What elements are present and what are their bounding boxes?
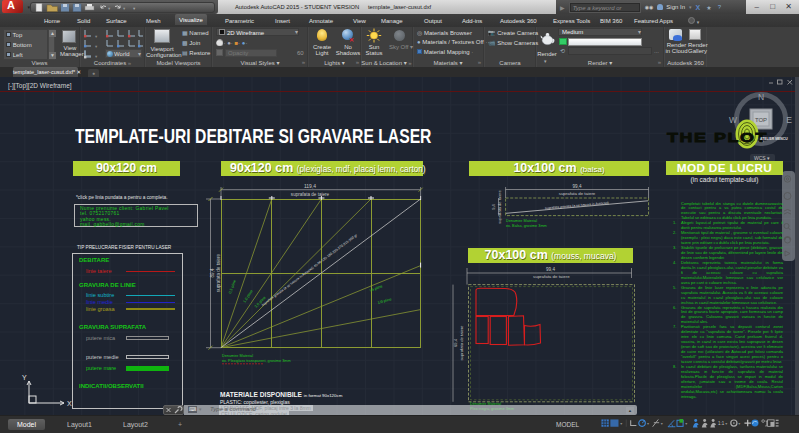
svg-text:Denumire Material: Denumire Material [506,219,537,223]
svg-text:suprafata gravata (a se hasura: suprafata gravata (a se hasura in Autoca… [545,201,609,210]
svg-text:suprafata de taiere: suprafata de taiere [291,192,330,197]
svg-text:0,5 pline: 0,5 pline [228,279,237,294]
svg-text:▾: ▾ [661,421,664,426]
svg-text:suprafata de taiere: suprafata de taiere [533,274,570,279]
svg-text:suprafata de taiere: suprafata de taiere [497,190,502,224]
svg-text:TOP: TOP [755,117,767,123]
svg-text:suprafata de taiere: suprafata de taiere [459,325,464,361]
svg-text:▾: ▾ [620,421,623,426]
svg-text:suprafata gravata (a se hasura: suprafata gravata (a se hasura in Autoca… [261,233,359,307]
svg-text:suprafata de taiere: suprafata de taiere [559,191,596,196]
svg-text:69,4: 69,4 [453,338,458,347]
svg-text:N: N [758,92,764,102]
svg-text:99,4: 99,4 [546,267,555,272]
svg-text:▾: ▾ [738,421,741,426]
svg-text:ex. Plexiglass transparent, gr: ex. Plexiglass transparent, grosime 3mm [222,359,291,363]
svg-text:▾: ▾ [108,6,111,11]
svg-text:Y: Y [22,374,27,381]
svg-text:99,4: 99,4 [573,184,582,189]
svg-text:▾: ▾ [133,6,136,11]
svg-text:▾: ▾ [95,44,98,49]
svg-text:1/9 pline: 1/9 pline [377,297,392,305]
svg-text:119,4: 119,4 [304,183,316,189]
svg-text:1:1: 1:1 [718,421,725,426]
svg-text:▾: ▾ [95,54,98,59]
svg-text:Denumire Material: Denumire Material [222,354,253,358]
svg-text:ex. Balsa, grosime 3mm: ex. Balsa, grosime 3mm [506,224,547,228]
svg-text:▾: ▾ [725,421,728,426]
svg-text:THE PLOT: THE PLOT [667,130,768,145]
svg-text:E: E [786,115,792,125]
svg-text:▾: ▾ [123,6,126,11]
svg-text:W: W [729,115,737,125]
svg-text:▾: ▾ [685,421,688,426]
svg-text:▾: ▾ [647,421,650,426]
svg-text:▾: ▾ [95,34,98,39]
svg-text:9,4: 9,4 [491,203,496,209]
svg-text:suprafata de taiere: suprafata de taiere [216,253,221,292]
svg-text:ATELIER MENCU: ATELIER MENCU [760,137,788,141]
svg-text:89,4: 89,4 [210,268,215,277]
